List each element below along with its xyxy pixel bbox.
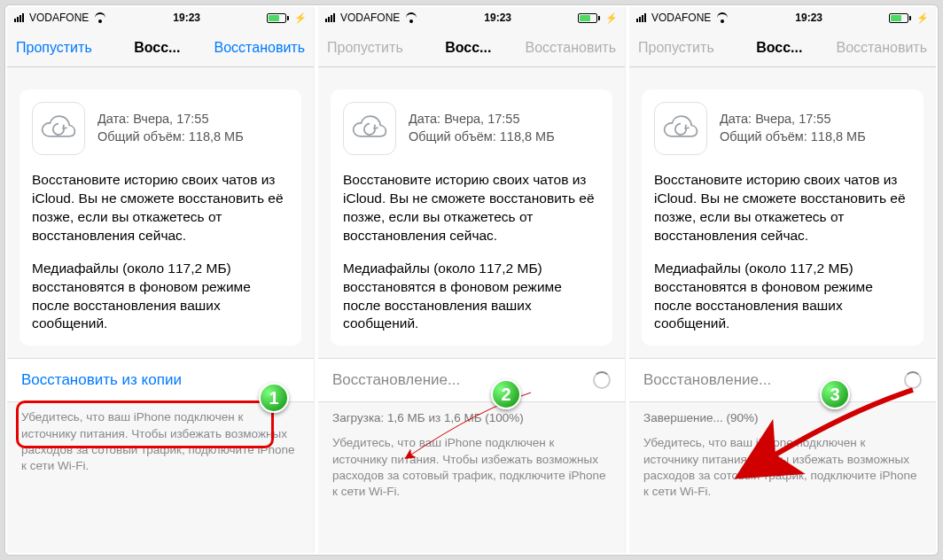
restore-progress-label: Восстановление... (332, 371, 460, 389)
screen-1: VODAFONE 19:23 ⚡ Пропустить Восс... Восс… (7, 7, 315, 553)
nav-skip: Пропустить (638, 40, 722, 56)
backup-size: Общий объём: 118,8 МБ (720, 128, 866, 146)
restore-progress-cell: Восстановление... (629, 358, 936, 402)
spinner-icon (593, 371, 611, 389)
nav-bar: Пропустить Восс... Восстановить (318, 28, 625, 67)
nav-skip: Пропустить (327, 40, 411, 56)
cloud-restore-icon (343, 102, 396, 155)
nav-title: Восс... (134, 40, 180, 56)
wifi-icon (716, 12, 729, 23)
cloud-restore-icon (654, 102, 707, 155)
restore-progress-cell: Восстановление... (318, 358, 625, 402)
signal-icon (636, 13, 646, 22)
carrier-label: VODAFONE (340, 12, 400, 24)
nav-title: Восс... (756, 40, 802, 56)
info-para-2: Медиафайлы (около 117,2 МБ) восстановятс… (32, 260, 289, 334)
nav-bar: Пропустить Восс... Восстановить (7, 28, 314, 67)
status-bar: VODAFONE 19:23 ⚡ (318, 7, 625, 28)
step-badge-2: 2 (491, 379, 521, 409)
download-progress: Загрузка: 1,6 МБ из 1,6 МБ (100%) (318, 402, 625, 428)
nav-bar: Пропустить Восс... Восстановить (629, 28, 936, 67)
battery-icon (267, 13, 289, 23)
clock: 19:23 (484, 12, 511, 24)
info-para-2: Медиафайлы (около 117,2 МБ) восстановятс… (343, 260, 600, 334)
signal-icon (14, 13, 24, 22)
status-bar: VODAFONE 19:23 ⚡ (7, 7, 314, 28)
backup-size: Общий объём: 118,8 МБ (409, 128, 555, 146)
backup-date: Дата: Вчера, 17:55 (720, 111, 866, 128)
charging-icon: ⚡ (605, 12, 618, 24)
nav-restore: Восстановить (526, 40, 616, 56)
triptych-frame: VODAFONE 19:23 ⚡ Пропустить Восс... Восс… (4, 4, 939, 556)
charging-icon: ⚡ (916, 12, 929, 24)
carrier-label: VODAFONE (651, 12, 711, 24)
step-badge-3: 3 (820, 379, 850, 409)
nav-title: Восс... (445, 40, 491, 56)
backup-size: Общий объём: 118,8 МБ (97, 128, 244, 146)
restore-progress-label: Восстановление... (643, 371, 771, 389)
footer-note: Убедитесь, что ваш iPhone подключен к ис… (318, 428, 625, 512)
screen-2: VODAFONE 19:23 ⚡ Пропустить Восс... Восс… (318, 7, 626, 553)
footer-note: Убедитесь, что ваш iPhone подключен к ис… (629, 428, 936, 512)
carrier-label: VODAFONE (29, 12, 89, 24)
screen-3: VODAFONE 19:23 ⚡ Пропустить Восс... Восс… (629, 7, 936, 553)
backup-date: Дата: Вчера, 17:55 (97, 111, 244, 128)
restore-from-backup-label: Восстановить из копии (21, 371, 182, 389)
backup-info-card: Дата: Вчера, 17:55 Общий объём: 118,8 МБ… (19, 89, 301, 346)
backup-info-card: Дата: Вчера, 17:55 Общий объём: 118,8 МБ… (642, 89, 924, 346)
step-badge-1: 1 (259, 383, 289, 413)
charging-icon: ⚡ (294, 12, 307, 24)
backup-info-card: Дата: Вчера, 17:55 Общий объём: 118,8 МБ… (331, 89, 612, 346)
info-para-1: Восстановите историю своих чатов из iClo… (32, 171, 289, 245)
signal-icon (325, 13, 335, 22)
cloud-restore-icon (32, 102, 85, 155)
status-bar: VODAFONE 19:23 ⚡ (629, 7, 936, 28)
battery-icon (578, 13, 600, 23)
nav-skip[interactable]: Пропустить (16, 40, 100, 56)
wifi-icon (405, 12, 417, 23)
info-para-2: Медиафайлы (около 117,2 МБ) восстановятс… (654, 260, 911, 334)
spinner-icon (904, 371, 922, 389)
backup-date: Дата: Вчера, 17:55 (409, 111, 555, 128)
nav-restore: Восстановить (837, 40, 927, 56)
clock: 19:23 (173, 12, 200, 24)
finishing-progress: Завершение... (90%) (629, 402, 936, 428)
info-para-1: Восстановите историю своих чатов из iClo… (654, 171, 911, 245)
info-para-1: Восстановите историю своих чатов из iClo… (343, 171, 600, 245)
wifi-icon (94, 12, 106, 23)
battery-icon (889, 13, 911, 23)
footer-note: Убедитесь, что ваш iPhone подключен к ис… (7, 402, 314, 486)
clock: 19:23 (795, 12, 822, 24)
nav-restore[interactable]: Восстановить (214, 40, 305, 56)
